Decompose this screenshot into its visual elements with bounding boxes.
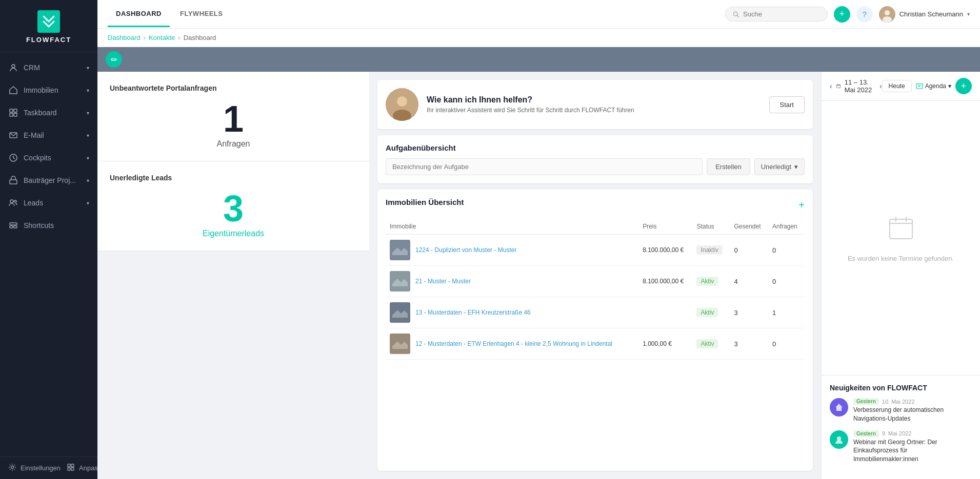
leads-section: Unerledigte Leads 3 Eigentümerleads: [97, 161, 369, 251]
search-input[interactable]: [743, 10, 820, 18]
prop-name: 12 - Musterdaten - ETW Erlenhagen 4 - kl…: [415, 340, 612, 347]
table-row[interactable]: 12 - Musterdaten - ETW Erlenhagen 4 - kl…: [386, 328, 805, 360]
immobilien-icon: [8, 85, 18, 95]
sidebar-einstellungen[interactable]: Einstellungen: [8, 463, 61, 473]
tab-dashboard[interactable]: DASHBOARD: [108, 2, 170, 27]
add-event-button[interactable]: +: [955, 78, 972, 94]
svg-point-32: [837, 436, 841, 441]
leads-title: Unerledigte Leads: [110, 174, 357, 182]
breadcrumb-item-1[interactable]: Dashboard: [108, 34, 141, 41]
sidebar-item-email[interactable]: E-Mail ▾: [0, 124, 97, 147]
tab-flywheels[interactable]: FLYWHEELS: [172, 2, 231, 27]
add-button[interactable]: +: [834, 6, 850, 23]
prop-gesendet: 3: [730, 297, 769, 328]
calendar-nav: ‹ 11 – 13. Mai 2022 ›: [830, 78, 882, 94]
list-item[interactable]: Gestern 9. Mai 2022 Webinar mit Georg Or…: [830, 430, 972, 464]
search-box[interactable]: [725, 7, 828, 22]
tasks-card: Aufgabenübersicht Erstellen Unerledigt ▾: [377, 135, 813, 183]
assistant-card: Wie kann ich Ihnen helfen? Ihr interakti…: [377, 80, 813, 129]
sidebar-item-bautraeger[interactable]: Bauträger Proj... ▾: [0, 169, 97, 192]
anfragen-label: Anfragen: [110, 139, 357, 149]
calendar-range: 11 – 13. Mai 2022: [845, 78, 875, 94]
cockpits-chevron-icon: ▾: [87, 155, 89, 161]
table-row[interactable]: 13 - Musterdaten - EFH Kreutzerstraße 46…: [386, 297, 805, 328]
sidebar-item-taskboard[interactable]: Taskboard ▾: [0, 101, 97, 124]
immobilien-title: Immobilien Übersicht: [386, 198, 464, 206]
sidebar-item-immobilien[interactable]: Immobilien ▾: [0, 79, 97, 101]
taskboard-icon: [8, 108, 18, 118]
table-row[interactable]: 1224 - Dupliziert von Muster - Muster 8.…: [386, 235, 805, 266]
sidebar-item-crm[interactable]: CRM ▾: [0, 56, 97, 79]
prop-gesendet: 0: [730, 235, 769, 266]
calendar-icon: [836, 82, 841, 90]
right-panel: ‹ 11 – 13. Mai 2022 › Heute: [821, 72, 980, 479]
col-status: Status: [692, 219, 730, 235]
sidebar-item-label-taskboard: Taskboard: [24, 109, 57, 117]
start-button[interactable]: Start: [769, 96, 805, 113]
svg-rect-31: [890, 219, 912, 239]
add-immobilie-button[interactable]: +: [798, 199, 805, 211]
task-input[interactable]: [386, 158, 703, 175]
sidebar-logo: FLOWFACT: [0, 0, 97, 52]
svg-rect-17: [71, 468, 74, 470]
sidebar-item-label-shortcuts: Shortcuts: [24, 221, 54, 230]
sidebar-item-shortcuts[interactable]: Shortcuts: [0, 214, 97, 237]
assistant-avatar: [386, 88, 418, 121]
agenda-button[interactable]: Agenda ▾: [916, 82, 951, 90]
news-badge: Gestern: [853, 430, 879, 437]
sidebar-item-cockpits[interactable]: Cockpits ▾: [0, 147, 97, 169]
prop-anfragen: 0: [768, 235, 805, 266]
prop-name: 21 - Muster - Muster: [415, 278, 471, 285]
prop-thumbnail: [390, 302, 410, 323]
header-tabs: DASHBOARD FLYWHEELS: [108, 2, 715, 27]
news-list: Gestern 10. Mai 2022 Verbesserung der au…: [830, 398, 972, 464]
taskboard-chevron-icon: ▾: [87, 110, 89, 116]
today-button[interactable]: Heute: [882, 80, 912, 92]
help-button[interactable]: ?: [856, 6, 873, 23]
svg-rect-11: [10, 226, 13, 228]
agenda-icon: [916, 82, 923, 90]
prop-status: Aktiv: [692, 328, 730, 360]
news-text: Verbesserung der automatischen Navigatio…: [853, 406, 972, 423]
breadcrumb-item-2[interactable]: Kontakte: [149, 34, 175, 41]
calendar-body: Es wurden keine Termine gefunden.: [822, 101, 980, 375]
calendar-header: ‹ 11 – 13. Mai 2022 › Heute: [822, 72, 980, 101]
leads-label: Eigentümerleads: [110, 229, 357, 238]
breadcrumb-item-3: Dashboard: [184, 34, 216, 41]
portalanfragen-section: Unbeantwortete Portalanfragen 1 Anfragen: [97, 72, 369, 161]
task-input-row: Erstellen Unerledigt ▾: [386, 158, 805, 175]
sidebar-item-leads[interactable]: Leads ▾: [0, 192, 97, 214]
svg-rect-3: [10, 113, 13, 116]
cal-prev-button[interactable]: ‹: [830, 82, 832, 90]
shortcuts-icon: [8, 220, 18, 231]
immobilien-header: Immobilien Übersicht +: [386, 198, 805, 213]
sidebar: FLOWFACT CRM ▾: [0, 0, 97, 479]
immobilien-table: Immobilie Preis Status Gesendet Anfragen: [386, 219, 805, 360]
create-task-button[interactable]: Erstellen: [707, 158, 750, 175]
flowfact-logo-icon[interactable]: [37, 10, 60, 33]
sidebar-item-label-leads: Leads: [24, 199, 43, 207]
edit-button[interactable]: ✏: [106, 51, 122, 68]
news-badge: Gestern: [853, 398, 879, 405]
user-area[interactable]: Christian Scheumann ▾: [879, 6, 970, 23]
prop-name-cell: 13 - Musterdaten - EFH Kreutzerstraße 46: [386, 297, 638, 328]
news-content: Gestern 9. Mai 2022 Webinar mit Georg Or…: [853, 430, 972, 464]
assistant-subtitle: Ihr interaktiver Assistent wird Sie Schr…: [427, 107, 761, 114]
prop-status: Aktiv: [692, 266, 730, 297]
news-date: 10. Mai 2022: [882, 399, 915, 405]
anpassen-icon: [67, 463, 75, 473]
prop-anfragen: 1: [768, 297, 805, 328]
prop-name-cell: 12 - Musterdaten - ETW Erlenhagen 4 - kl…: [386, 328, 638, 360]
prop-name-cell: 21 - Muster - Muster: [386, 266, 638, 297]
prop-gesendet: 4: [730, 266, 769, 297]
svg-point-23: [397, 96, 407, 107]
immobilien-table-container: Immobilie Preis Status Gesendet Anfragen: [386, 219, 805, 463]
list-item[interactable]: Gestern 10. Mai 2022 Verbesserung der au…: [830, 398, 972, 423]
bautraeger-icon: [8, 175, 18, 185]
svg-rect-7: [10, 180, 17, 184]
table-row[interactable]: 21 - Muster - Muster 8.100.000,00 € Akti…: [386, 266, 805, 297]
task-status-select[interactable]: Unerledigt ▾: [754, 158, 805, 175]
svg-point-8: [10, 200, 13, 203]
news-avatar: [830, 398, 848, 416]
leads-count: 3: [110, 190, 357, 227]
